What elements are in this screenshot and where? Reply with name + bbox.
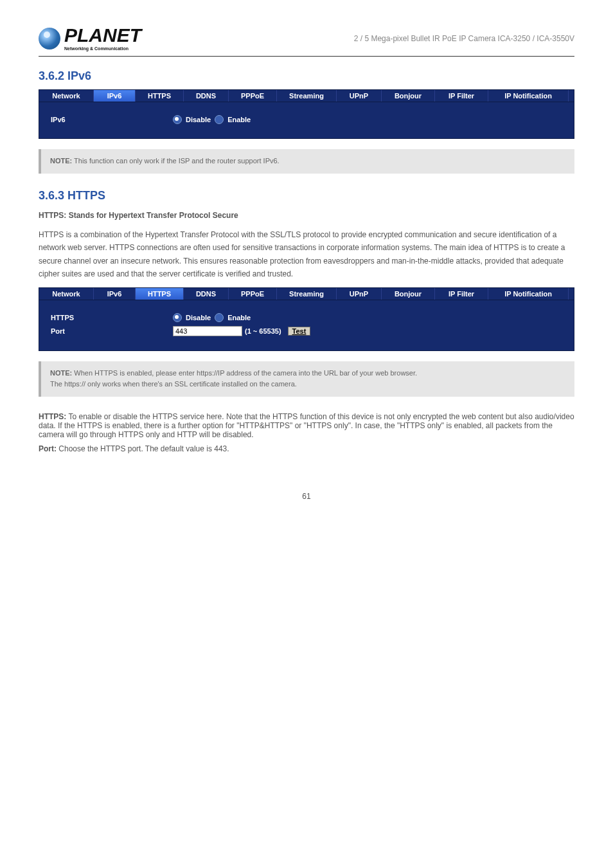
ipv6-disable-label: Disable: [186, 116, 211, 123]
tab-upnp[interactable]: UPnP: [336, 90, 381, 102]
ipv6-field-label: IPv6: [51, 116, 173, 123]
logo-sub-text: Networking & Communication: [64, 46, 141, 51]
port-field-label: Port: [51, 327, 173, 335]
tab-ipfilter[interactable]: IP Filter: [434, 288, 488, 300]
tab-streaming[interactable]: Streaming: [276, 90, 336, 102]
tab-ipnotification[interactable]: IP Notification: [488, 90, 568, 102]
https-field-label: HTTPS: [51, 314, 173, 321]
https-intro: HTTPS: Stands for Hypertext Transfer Pro…: [39, 209, 574, 222]
document-title: 2 / 5 Mega-pixel Bullet IR PoE IP Camera…: [354, 34, 574, 43]
note-label: NOTE:: [50, 369, 72, 377]
tab-https[interactable]: HTTPS: [135, 90, 183, 102]
https-intro-bold: HTTPS: Stands for Hypertext Transfer Pro…: [39, 211, 238, 220]
https-radio-enable[interactable]: [215, 313, 224, 322]
ipv6-enable-label: Enable: [227, 116, 251, 123]
https-paragraph: HTTPS is a combination of the Hypertext …: [39, 228, 574, 281]
tab-network[interactable]: Network: [39, 288, 93, 300]
ipv6-radio-group: Disable Enable: [173, 115, 251, 124]
note-line2: The https:// only works when there's an …: [50, 379, 565, 390]
tab-qos[interactable]: QoS: [568, 90, 613, 102]
note-label: NOTE:: [50, 157, 72, 165]
ipv6-panel: Network IPv6 HTTPS DDNS PPPoE Streaming …: [39, 89, 574, 139]
port-desc-label: Port:: [39, 444, 57, 453]
ipv6-radio-enable[interactable]: [215, 115, 224, 124]
https-desc-label: HTTPS:: [39, 412, 66, 421]
test-button[interactable]: Test: [288, 327, 311, 336]
tab-ipfilter[interactable]: IP Filter: [434, 90, 488, 102]
logo-main-text: PLANET: [64, 26, 141, 45]
tab-ddns[interactable]: DDNS: [183, 288, 228, 300]
port-input[interactable]: [173, 326, 242, 336]
note-line1: When HTTPS is enabled, please enter http…: [74, 369, 417, 377]
tab-streaming[interactable]: Streaming: [276, 288, 336, 300]
tab-ipnotification[interactable]: IP Notification: [488, 288, 568, 300]
planet-globe-icon: [39, 28, 60, 50]
https-desc: HTTPS: To enable or disable the HTTPS se…: [39, 412, 574, 439]
tab-network[interactable]: Network: [39, 90, 93, 102]
https-enable-label: Enable: [227, 314, 251, 321]
https-radio-group: Disable Enable: [173, 313, 251, 322]
https-radio-disable[interactable]: [173, 313, 182, 322]
tab-qos[interactable]: QoS: [568, 288, 613, 300]
port-desc: Port: Choose the HTTPS port. The default…: [39, 444, 574, 453]
https-disable-label: Disable: [186, 314, 211, 321]
https-desc-text: To enable or disable the HTTPS service h…: [39, 412, 574, 439]
https-tabbar: Network IPv6 HTTPS DDNS PPPoE Streaming …: [39, 287, 574, 300]
tab-upnp[interactable]: UPnP: [336, 288, 381, 300]
https-note: NOTE: When HTTPS is enabled, please ente…: [39, 361, 574, 397]
ipv6-radio-disable[interactable]: [173, 115, 182, 124]
section-title-ipv6: 3.6.2 IPv6: [39, 69, 574, 83]
note-text: This function can only work if the ISP a…: [74, 157, 280, 165]
tab-ipv6[interactable]: IPv6: [93, 90, 135, 102]
port-desc-text: Choose the HTTPS port. The default value…: [57, 444, 229, 453]
tab-https[interactable]: HTTPS: [135, 288, 183, 300]
section-title-https: 3.6.3 HTTPS: [39, 189, 574, 203]
tab-pppoe[interactable]: PPPoE: [228, 90, 276, 102]
https-panel: Network IPv6 HTTPS DDNS PPPoE Streaming …: [39, 287, 574, 351]
tab-ipv6[interactable]: IPv6: [93, 288, 135, 300]
logo: PLANET Networking & Communication: [39, 26, 141, 51]
port-range: (1 ~ 65535): [245, 327, 281, 335]
ipv6-tabbar: Network IPv6 HTTPS DDNS PPPoE Streaming …: [39, 89, 574, 102]
tab-ddns[interactable]: DDNS: [183, 90, 228, 102]
tab-bonjour[interactable]: Bonjour: [381, 288, 434, 300]
tab-pppoe[interactable]: PPPoE: [228, 288, 276, 300]
ipv6-note: NOTE: This function can only work if the…: [39, 149, 574, 174]
page-header: PLANET Networking & Communication 2 / 5 …: [39, 26, 574, 57]
page-number: 61: [39, 492, 574, 501]
tab-bonjour[interactable]: Bonjour: [381, 90, 434, 102]
